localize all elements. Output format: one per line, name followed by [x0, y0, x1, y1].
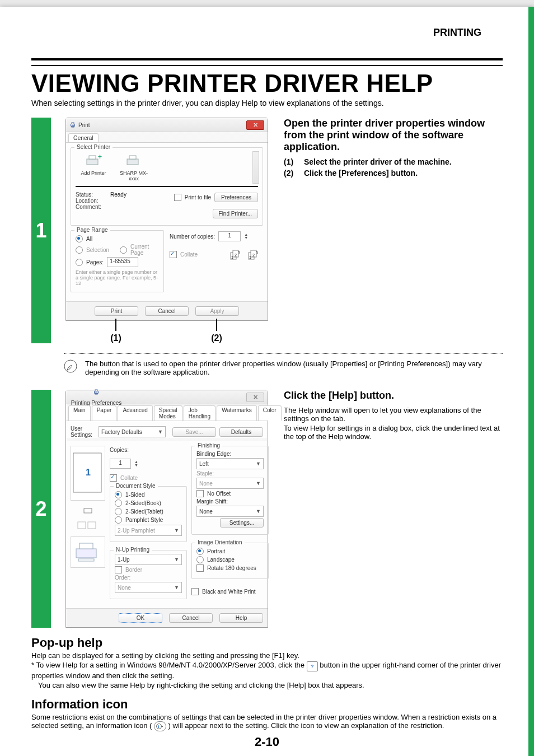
copies-spinner-icon[interactable]: ▲▼ [244, 233, 248, 240]
close-icon[interactable]: ✕ [246, 120, 264, 130]
save-button[interactable]: Save... [172, 427, 216, 437]
order-select[interactable]: None▼ [115, 582, 182, 593]
staple-select[interactable]: None▼ [196, 478, 264, 489]
range-current-radio[interactable] [120, 246, 127, 254]
orient-landscape-label: Landscape [207, 557, 235, 563]
print-window-title: Print [78, 122, 90, 128]
information-icon: i [154, 721, 166, 731]
pages-input[interactable]: 1-65535 [107, 257, 138, 267]
border-checkbox[interactable] [115, 566, 122, 573]
pp-copies-key: Copies: [110, 447, 129, 453]
defaults-button[interactable]: Defaults [219, 427, 263, 437]
printer-list-scrollbar[interactable] [252, 151, 259, 184]
svg-text:1: 1 [86, 468, 91, 477]
preferences-button[interactable]: Preferences [214, 193, 258, 202]
no-offset-checkbox[interactable] [196, 490, 204, 497]
nup-select[interactable]: 1-Up▼ [115, 554, 182, 565]
tab-special[interactable]: Special Modes [154, 405, 182, 421]
tab-advanced[interactable]: Advanced [118, 405, 152, 421]
staple-key: Staple: [196, 470, 214, 477]
svg-rect-27 [76, 549, 96, 558]
location-key: Location: [76, 198, 107, 204]
margin-select[interactable]: None▼ [196, 506, 264, 517]
add-printer-tile[interactable]: + Add Printer [76, 153, 111, 181]
bw-checkbox[interactable] [191, 588, 199, 595]
pp-collate-checkbox[interactable] [110, 474, 117, 482]
order-key: Order: [115, 575, 130, 581]
svg-text:1: 1 [231, 255, 233, 259]
step1-item2-text: Click the [Preferences] button. [304, 169, 418, 178]
tab-color[interactable]: Color [258, 405, 282, 421]
settings-button[interactable]: Settings... [220, 518, 264, 528]
range-selection-radio[interactable] [76, 246, 83, 254]
ds-pamphlet-radio[interactable] [115, 516, 122, 524]
svg-text:?: ? [311, 664, 314, 669]
svg-text:3: 3 [256, 251, 258, 255]
ok-button[interactable]: OK [119, 613, 162, 623]
select-printer-legend: Select Printer [74, 144, 113, 150]
pamphlet-preview-icon [77, 520, 99, 532]
title-rule-bottom [31, 65, 503, 66]
page-number: 2-10 [0, 735, 534, 749]
find-printer-button[interactable]: Find Printer... [213, 209, 258, 218]
printer-icon [69, 122, 76, 128]
orient-portrait-radio[interactable] [196, 548, 204, 555]
pp-cancel-button[interactable]: Cancel [169, 613, 213, 623]
tab-general[interactable]: General [68, 133, 99, 142]
nup-legend: N-Up Printing [114, 547, 152, 553]
pp-collate-label: Collate [120, 475, 138, 481]
print-to-file-label: Print to file [185, 194, 211, 200]
apply-button[interactable]: Apply [195, 306, 239, 316]
callout-line-2 [216, 319, 217, 331]
preferences-window: Printing Preferences ✕ Main Paper Advanc… [65, 390, 268, 628]
ds-2book-radio[interactable] [115, 500, 122, 507]
help-button[interactable]: Help [219, 613, 263, 623]
user-settings-select[interactable]: Factory Defaults▼ [99, 426, 166, 437]
ds-1sided-radio[interactable] [115, 491, 122, 498]
svg-rect-24 [84, 508, 92, 513]
svg-text:3: 3 [238, 251, 240, 255]
tab-jobhandling[interactable]: Job Handling [184, 405, 216, 421]
collate-checkbox[interactable] [170, 251, 177, 258]
pamphlet-select[interactable]: 2-Up Pamphlet▼ [115, 525, 182, 536]
ds-2tablet-radio[interactable] [115, 508, 122, 515]
add-printer-label: Add Printer [81, 170, 106, 176]
range-all-label: All [86, 236, 92, 242]
page-preview: 1 [71, 446, 105, 501]
close-icon[interactable]: ✕ [246, 393, 264, 402]
tab-watermarks[interactable]: Watermarks [217, 405, 257, 421]
infoicon-text: Some restrictions exist on the combinati… [31, 713, 503, 731]
tab-paper[interactable]: Paper [92, 405, 117, 421]
rotate180-label: Rotate 180 degrees [207, 565, 256, 571]
svg-rect-20 [95, 390, 97, 391]
pref-window-title: Printing Preferences [71, 400, 122, 406]
rotate180-checkbox[interactable] [196, 564, 204, 572]
tab-main[interactable]: Main [68, 405, 91, 421]
print-to-file-checkbox[interactable] [174, 194, 181, 201]
orient-landscape-radio[interactable] [196, 556, 204, 563]
collate-icon-2: 123 [247, 248, 263, 260]
copies-input[interactable]: 1 [218, 231, 241, 241]
svg-rect-3 [87, 159, 98, 165]
binding-select[interactable]: Left▼ [196, 458, 264, 469]
orient-portrait-label: Portrait [207, 548, 225, 554]
user-settings-key: User Settings: [71, 426, 95, 438]
svg-text:1: 1 [249, 255, 251, 259]
sharp-printer-tile[interactable]: SHARP MX-xxxx [116, 153, 152, 181]
print-button[interactable]: Print [95, 306, 138, 316]
help-question-icon: ? [307, 661, 318, 671]
pp-copies-input[interactable]: 1 [110, 459, 131, 469]
printer-icon [93, 389, 100, 395]
step1-note: The button that is used to open the prin… [85, 360, 503, 376]
cancel-button[interactable]: Cancel [145, 306, 189, 316]
range-pages-radio[interactable] [76, 259, 83, 266]
copies-spinner-icon[interactable]: ▲▼ [134, 460, 138, 467]
border-label: Border [125, 567, 142, 573]
pages-help-text: Enter either a single page number or a s… [76, 269, 159, 286]
ds-pamphlet-label: Pamphlet Style [125, 517, 163, 523]
popup-line3: You can also view the same Help by right… [31, 681, 503, 689]
binding-key: Binding Edge: [196, 451, 231, 457]
step1-item2-num: (2) [284, 169, 299, 178]
range-all-radio[interactable] [76, 235, 83, 242]
printer-preview [71, 536, 105, 568]
